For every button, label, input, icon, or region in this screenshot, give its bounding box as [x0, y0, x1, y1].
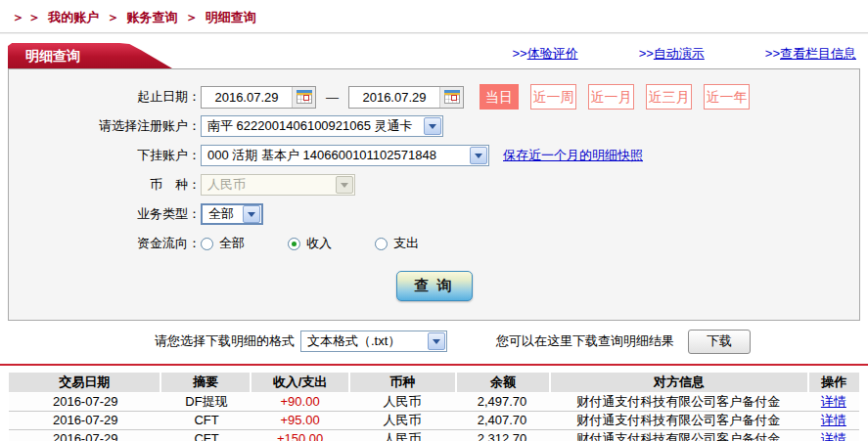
- link-prefix: >>: [639, 46, 654, 61]
- quick-range-year-button[interactable]: 近一年: [704, 84, 750, 110]
- header-counterparty: 对方信息: [551, 373, 806, 392]
- breadcrumb-separator: ＞: [185, 10, 198, 24]
- download-button[interactable]: 下载: [688, 330, 751, 354]
- results-table: 交易日期 摘要 收入/支出 币种 余额 对方信息 操作 2016-07-29 D…: [9, 373, 859, 441]
- detail-link[interactable]: 详情: [821, 394, 846, 409]
- biz-type-select[interactable]: 全部: [201, 203, 263, 225]
- date-to-calendar-button[interactable]: [439, 87, 463, 108]
- date-from-value: 2016.07.29: [202, 90, 292, 105]
- quick-range-group: 当日 近一周 近一月 近三月 近一年: [480, 84, 750, 110]
- cell-date: 2016-07-29: [9, 430, 161, 441]
- radio-all-label: 全部: [219, 235, 245, 252]
- table-header: 交易日期 摘要 收入/支出 币种 余额 对方信息 操作: [9, 373, 859, 392]
- sub-account-select[interactable]: 000 活期 基本户 1406600101102571848: [201, 145, 489, 166]
- cell-counterparty: 财付通支付科技有限公司客户备付金: [549, 412, 808, 429]
- radio-income[interactable]: [288, 238, 300, 250]
- register-account-select[interactable]: 南平 6222001406100921065 灵通卡: [201, 115, 443, 137]
- currency-value: 人民币: [202, 176, 251, 194]
- cell-currency: 人民币: [349, 393, 456, 411]
- query-form-panel: 起止日期： 2016.07.29 — 2016.07.29 当日 近一周 近一月…: [8, 68, 860, 321]
- tab-detail-query[interactable]: 明细查询: [8, 43, 172, 68]
- breadcrumb-separator: ＞: [107, 10, 119, 24]
- sub-account-label: 下挂账户：: [9, 147, 201, 164]
- cell-summary: DF提现: [161, 393, 251, 411]
- chevron-down-icon[interactable]: [243, 205, 260, 223]
- date-range-label: 起止日期：: [9, 88, 201, 106]
- chevron-down-icon[interactable]: [470, 147, 487, 164]
- radio-all[interactable]: [201, 238, 213, 250]
- chevron-down-icon[interactable]: [428, 332, 445, 350]
- cell-date: 2016-07-29: [9, 412, 161, 429]
- breadcrumb-item-account-query[interactable]: 账务查询: [127, 10, 178, 24]
- radio-expense[interactable]: [375, 238, 388, 250]
- date-to-value: 2016.07.29: [349, 90, 439, 105]
- calendar-icon: [444, 90, 460, 104]
- currency-select: 人民币: [201, 174, 355, 196]
- biz-type-label: 业务类型：: [9, 205, 201, 223]
- divider: [0, 32, 868, 34]
- breadcrumb-prefix: ＞ ＞: [12, 10, 41, 24]
- header-action: 操作: [809, 373, 859, 392]
- cell-currency: 人民币: [349, 412, 456, 429]
- cell-currency: 人民币: [349, 430, 456, 441]
- header-amount: 收入/支出: [251, 373, 348, 392]
- header-currency: 币种: [350, 373, 455, 392]
- breadcrumb-item-detail-query[interactable]: 明细查询: [206, 10, 256, 24]
- flow-option-expense[interactable]: 支出: [375, 235, 419, 252]
- chevron-down-icon: [336, 176, 353, 194]
- cell-counterparty: 财付通支付科技有限公司客户备付金: [549, 393, 808, 411]
- download-hint: 您可以在这里下载查询明细结果: [496, 332, 674, 350]
- link-prefix: >>: [765, 46, 780, 61]
- cell-balance: 2,312.70: [455, 430, 549, 441]
- date-from-calendar-button[interactable]: [292, 87, 315, 108]
- radio-income-label: 收入: [306, 235, 332, 252]
- cell-date: 2016-07-29: [9, 393, 161, 411]
- cell-amount: +90.00: [251, 393, 349, 411]
- header-links: >>体验评价 >>自动演示 >>查看栏目信息: [512, 45, 856, 63]
- query-button[interactable]: 查 询: [396, 271, 473, 301]
- breadcrumb: ＞ ＞ 我的账户 ＞ 账务查询 ＞ 明细查询: [0, 0, 868, 29]
- link-prefix: >>: [512, 46, 526, 61]
- flow-option-income[interactable]: 收入: [288, 235, 332, 252]
- breadcrumb-item-my-account[interactable]: 我的账户: [48, 10, 99, 24]
- quick-range-week-button[interactable]: 近一周: [530, 84, 576, 110]
- currency-label: 币 种：: [9, 176, 201, 194]
- cell-summary: CFT: [161, 412, 251, 429]
- date-dash: —: [326, 90, 339, 105]
- flow-direction-row: 资金流向： 全部 收入 支出: [9, 232, 859, 255]
- chevron-down-icon[interactable]: [424, 117, 441, 135]
- red-divider: [0, 364, 868, 366]
- date-from-input[interactable]: 2016.07.29: [201, 86, 316, 109]
- flow-option-all[interactable]: 全部: [201, 235, 245, 252]
- register-account-row: 请选择注册账户： 南平 6222001406100921065 灵通卡: [9, 114, 859, 138]
- quick-range-month-button[interactable]: 近一月: [588, 84, 634, 110]
- radio-expense-label: 支出: [393, 235, 419, 252]
- link-column-info[interactable]: >>查看栏目信息: [765, 45, 856, 63]
- register-account-value: 南平 6222001406100921065 灵通卡: [202, 117, 419, 135]
- header-balance: 余额: [457, 373, 549, 392]
- header-summary: 摘要: [161, 373, 250, 392]
- link-label: 自动演示: [654, 46, 705, 61]
- cell-counterparty: 财付通支付科技有限公司客户备付金: [549, 430, 808, 441]
- flow-direction-label: 资金流向：: [9, 235, 201, 252]
- download-format-select[interactable]: 文本格式（.txt）: [300, 331, 447, 352]
- calendar-icon: [297, 90, 312, 104]
- detail-link[interactable]: 详情: [821, 413, 846, 427]
- biz-type-row: 业务类型： 全部: [9, 202, 859, 226]
- table-row: 2016-07-29 CFT +95.00 人民币 2,407.70 财付通支付…: [9, 412, 859, 430]
- link-auto-demo[interactable]: >>自动演示: [639, 45, 705, 63]
- link-experience-review[interactable]: >>体验评价: [512, 45, 577, 63]
- cell-amount: +95.00: [251, 412, 349, 429]
- link-label: 查看栏目信息: [780, 46, 856, 61]
- header-date: 交易日期: [9, 373, 160, 392]
- cell-summary: CFT: [161, 430, 251, 441]
- date-to-input[interactable]: 2016.07.29: [348, 86, 464, 109]
- quick-range-quarter-button[interactable]: 近三月: [646, 84, 692, 110]
- download-format-label: 请您选择下载明细的格式: [155, 332, 295, 350]
- detail-link[interactable]: 详情: [821, 431, 846, 441]
- quick-range-today-button[interactable]: 当日: [480, 84, 519, 110]
- biz-type-value: 全部: [203, 205, 240, 223]
- save-snapshot-link[interactable]: 保存近一个月的明细快照: [503, 147, 643, 164]
- cell-balance: 2,407.70: [455, 412, 549, 429]
- download-row: 请您选择下载明细的格式 文本格式（.txt） 您可以在这里下载查询明细结果 下载: [0, 328, 868, 355]
